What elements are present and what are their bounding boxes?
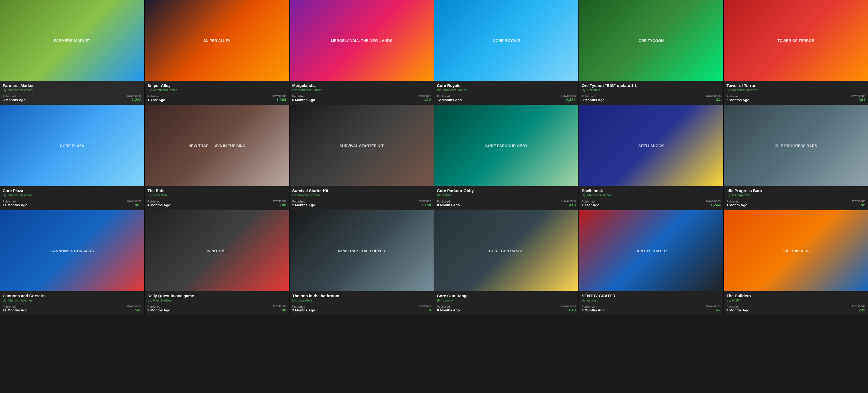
published-label-survival-starter-kit: Published [292, 200, 315, 203]
downloads-label-the-builders: Downloads [851, 304, 865, 308]
card-core-gun-range[interactable]: CORE GUN RANGE Core Gun Range By: Basili… [434, 210, 579, 315]
thumb-image-the-rats: NEW TRAP – LAVA IN THE SINK [145, 105, 289, 186]
card-the-rats[interactable]: NEW TRAP – LAVA IN THE SINK The Rats By:… [145, 105, 289, 210]
card-rats-bathroom[interactable]: NEW TRAP – HAIR DRYER The rats in the ba… [289, 210, 434, 315]
card-author-spellshock[interactable]: By: ManticoreGames [582, 193, 720, 197]
card-info-survival-starter-kit: Survival Starter Kit By: standardcombo P… [289, 186, 434, 210]
published-col-farmers-market: Published 8 Months Ago [3, 95, 25, 102]
card-author-survival-starter-kit[interactable]: By: standardcombo [292, 193, 431, 197]
card-cannons-and-corsairs[interactable]: CANNONS & CORSAIRS Cannons and Corsairs … [0, 210, 144, 315]
card-ore-tycoon[interactable]: ORE TYCOON Ore Tycoon "BIG" update 1.1 B… [579, 0, 723, 105]
published-col-core-royale: Published 12 Months Ago [437, 95, 462, 102]
card-title-sniper-alley: Sniper Alley [148, 83, 286, 88]
downloads-col-core-parkour-obby: Downloads 418 [561, 199, 576, 207]
card-meta-rats-bathroom: Published 2 Months Ago Downloads 9 [292, 304, 431, 312]
published-col-idle-progress-bars: Published 1 Month Ago [726, 200, 747, 207]
card-meta-core-plaza: Published 11 Months Ago Downloads 902 [3, 199, 142, 207]
card-sentry-crater[interactable]: SENTRY CRATER SENTRY CRATER By: estlogic… [579, 210, 723, 315]
card-survival-starter-kit[interactable]: SURVIVAL STARTER KIT Survival Starter Ki… [289, 105, 434, 210]
card-info-tower-of-terror: Tower of Terror By: NicholasForeman Publ… [724, 81, 868, 105]
published-label-core-plaza: Published [3, 200, 28, 203]
card-author-sniper-alley[interactable]: By: ManticoreGames [148, 88, 286, 92]
downloads-value-cannons-and-corsairs: 549 [127, 308, 141, 312]
downloads-col-rats-bathroom: Downloads 9 [416, 304, 431, 312]
published-col-core-parkour-obby: Published 8 Months Ago [437, 200, 460, 207]
card-author-core-plaza[interactable]: By: ManticoreGames [3, 193, 142, 197]
published-col-core-plaza: Published 11 Months Ago [3, 200, 28, 207]
card-idle-progress-bars[interactable]: IDLE PROGRESS BARS Idle Progress Bars By… [724, 105, 868, 210]
card-author-ore-tycoon[interactable]: By: Szklanka [582, 88, 720, 92]
downloads-label-core-plaza: Downloads [127, 199, 141, 202]
card-author-core-parkour-obby[interactable]: By: Aphrim [437, 193, 576, 197]
card-info-sentry-crater: SENTRY CRATER By: estlogic Published 4 M… [579, 291, 723, 315]
card-mergelandia[interactable]: MERGELANDIA: THE NEW LANDS Mergelandia B… [289, 0, 434, 105]
card-meta-the-builders: Published 4 Months Ago Downloads 239 [726, 304, 865, 312]
published-col-tower-of-terror: Published 6 Months Ago [726, 95, 749, 102]
downloads-col-mergelandia: Downloads 412 [416, 94, 431, 102]
card-author-mergelandia[interactable]: By: ManticoreGames [292, 88, 431, 92]
card-info-farmers-market: Farmers' Market By: ManticoreGames Publi… [0, 81, 144, 105]
card-meta-idle-progress-bars: Published 1 Month Ago Downloads 98 [726, 199, 865, 207]
published-label-farmers-market: Published [3, 95, 25, 98]
thumbnail-cannons-and-corsairs: CANNONS & CORSAIRS [0, 210, 144, 291]
downloads-label-core-parkour-obby: Downloads [561, 199, 576, 202]
card-title-daily-quest: Daily Quest in one game [148, 293, 286, 298]
card-title-sentry-crater: SENTRY CRATER [582, 293, 720, 298]
card-author-core-gun-range[interactable]: By: Basilisk [437, 299, 576, 302]
thumb-image-idle-progress-bars: IDLE PROGRESS BARS [724, 105, 868, 186]
published-value-idle-progress-bars: 1 Month Ago [726, 203, 747, 207]
downloads-col-ore-tycoon: Downloads 44 [706, 94, 720, 102]
thumbnail-mergelandia: MERGELANDIA: THE NEW LANDS [289, 0, 434, 81]
card-author-sentry-crater[interactable]: By: estlogic [582, 299, 720, 302]
card-author-core-royale[interactable]: By: ManticoreGames [437, 88, 576, 92]
downloads-label-core-gun-range: Downloads [561, 304, 576, 308]
card-meta-core-royale: Published 12 Months Ago Downloads 2,451 [437, 94, 576, 102]
published-value-core-parkour-obby: 8 Months Ago [437, 203, 460, 207]
downloads-value-tower-of-terror: 341 [851, 97, 865, 102]
published-col-sentry-crater: Published 4 Months Ago [582, 305, 604, 312]
card-info-core-gun-range: Core Gun Range By: Basilisk Published 9 … [434, 291, 579, 315]
published-value-farmers-market: 8 Months Ago [3, 98, 25, 102]
downloads-value-sniper-alley: 1,384 [272, 97, 286, 102]
card-meta-daily-quest: Published 3 Months Ago Downloads 40 [148, 304, 286, 312]
downloads-label-idle-progress-bars: Downloads [851, 199, 865, 202]
card-author-farmers-market[interactable]: By: ManticoreGames [3, 88, 142, 92]
card-title-rats-bathroom: The rats in the bathroom [292, 293, 431, 298]
card-core-royale[interactable]: CORE ROYALE Core Royale By: ManticoreGam… [434, 0, 579, 105]
card-core-parkour-obby[interactable]: CORE PARKOUR OBBY Core Parkour Obby By: … [434, 105, 579, 210]
card-the-builders[interactable]: THE BUILDERS The Builders By: Ali107 Pub… [724, 210, 868, 315]
published-value-the-builders: 4 Months Ago [726, 308, 749, 312]
downloads-label-tower-of-terror: Downloads [851, 94, 865, 97]
card-author-the-builders[interactable]: By: Ali107 [726, 299, 865, 302]
card-author-rats-bathroom[interactable]: By: cazalobos [292, 299, 431, 302]
thumbnail-daily-quest: IN NO TIME [145, 210, 289, 291]
card-title-mergelandia: Mergelandia [292, 83, 431, 88]
downloads-col-the-rats: Downloads 100 [272, 199, 286, 207]
card-spellshock[interactable]: SPELLSHOCK Spellshock By: ManticoreGames… [579, 105, 723, 210]
thumbnail-the-builders: THE BUILDERS [724, 210, 868, 291]
card-daily-quest[interactable]: IN NO TIME Daily Quest in one game By: R… [145, 210, 289, 315]
published-label-rats-bathroom: Published [292, 305, 315, 308]
published-label-mergelandia: Published [292, 95, 315, 98]
card-tower-of-terror[interactable]: TOWER OF TERROR Tower of Terror By: Nich… [724, 0, 868, 105]
downloads-col-core-plaza: Downloads 902 [127, 199, 141, 207]
published-label-core-royale: Published [437, 95, 462, 98]
card-core-plaza[interactable]: CORE PLAZA Core Plaza By: ManticoreGames… [0, 105, 144, 210]
card-sniper-alley[interactable]: SNIPER ALLEY Sniper Alley By: ManticoreG… [145, 0, 289, 105]
thumb-image-sentry-crater: SENTRY CRATER [579, 210, 723, 291]
downloads-value-the-rats: 100 [272, 202, 286, 207]
thumb-image-cannons-and-corsairs: CANNONS & CORSAIRS [0, 210, 144, 291]
card-meta-mergelandia: Published 6 Months Ago Downloads 412 [292, 94, 431, 102]
downloads-value-mergelandia: 412 [416, 97, 431, 102]
card-author-tower-of-terror[interactable]: By: NicholasForeman [726, 88, 865, 92]
published-label-daily-quest: Published [148, 305, 170, 308]
card-info-core-plaza: Core Plaza By: ManticoreGames Published … [0, 186, 144, 210]
card-farmers-market[interactable]: FARMERS' MARKET Farmers' Market By: Mant… [0, 0, 144, 105]
card-author-cannons-and-corsairs[interactable]: By: ManticoreGames [3, 299, 142, 302]
downloads-value-the-builders: 239 [851, 308, 865, 312]
card-author-daily-quest[interactable]: By: RyanTheDev [148, 299, 286, 302]
card-author-the-rats[interactable]: By: cazalobos [148, 193, 286, 197]
card-author-idle-progress-bars[interactable]: By: thepaperpilot [726, 193, 865, 197]
thumb-image-tower-of-terror: TOWER OF TERROR [724, 0, 868, 81]
downloads-col-tower-of-terror: Downloads 341 [851, 94, 865, 102]
